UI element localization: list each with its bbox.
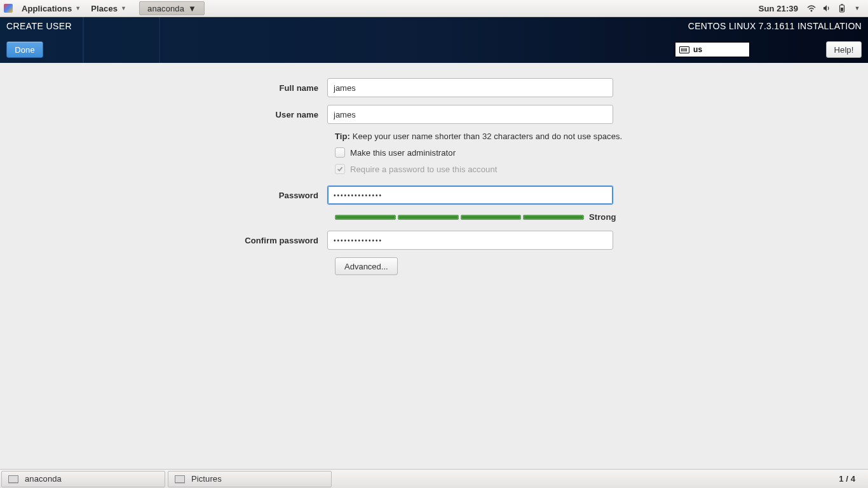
advanced-button[interactable]: Advanced... [335,257,398,275]
keyboard-icon [679,46,689,53]
require-password-label: Require a password to use this account [350,165,497,174]
clock[interactable]: Sun 21:39 [759,4,798,13]
places-menu[interactable]: Places ▼ [86,0,132,17]
checkmark-icon [337,166,343,172]
chevron-down-icon: ▼ [121,5,126,11]
main-content: Full name User name Tip: Keep your user … [0,63,868,469]
keyboard-layout-indicator[interactable]: us [675,42,750,57]
confirm-password-row: Confirm password [197,231,654,250]
taskbar-item-anaconda[interactable]: anaconda [1,471,165,487]
page-title: CREATE USER [6,21,72,31]
svg-point-0 [811,10,813,12]
network-icon[interactable] [807,4,816,13]
activities-icon[interactable] [4,4,13,13]
window-thumbnail-icon [8,475,18,483]
gnome-top-bar: Applications ▼ Places ▼ anaconda ▼ Sun 2… [0,0,868,17]
window-indicator-anaconda[interactable]: anaconda ▼ [139,1,205,15]
svg-rect-3 [841,8,843,11]
applications-label: Applications [22,4,72,13]
make-admin-checkbox[interactable] [335,147,345,158]
strength-segment [335,215,396,220]
applications-menu[interactable]: Applications ▼ [17,0,86,17]
require-password-row: Require a password to use this account [335,164,654,174]
bottom-taskbar: anaconda Pictures 1 / 4 [0,469,868,488]
anaconda-header: CREATE USER Done CENTOS LINUX 7.3.1611 I… [0,17,868,63]
password-strength-row: Strong [335,212,654,222]
done-button[interactable]: Done [6,41,43,58]
strength-segment [461,215,522,220]
confirm-password-label: Confirm password [197,236,327,245]
strength-segment [398,215,459,220]
full-name-input[interactable] [327,78,613,97]
password-strength-bar [335,215,584,220]
taskbar-item-pictures[interactable]: Pictures [168,471,332,487]
password-label: Password [197,191,327,200]
confirm-password-input[interactable] [327,231,613,250]
window-indicator-label: anaconda [147,4,184,13]
taskbar-item-label: Pictures [191,474,222,484]
window-thumbnail-icon [175,475,185,483]
taskbar-item-label: anaconda [25,474,62,484]
full-name-label: Full name [197,83,327,93]
tip-text: Keep your user name shorter than 32 char… [350,132,622,141]
password-row: Password [197,186,654,205]
user-name-input[interactable] [327,105,613,124]
workspace-indicator[interactable]: 1 / 4 [827,474,867,484]
places-label: Places [91,4,118,13]
username-tip: Tip: Keep your user name shorter than 32… [335,132,654,141]
battery-icon[interactable] [837,4,846,13]
installation-name: CENTOS LINUX 7.3.1611 INSTALLATION [688,21,862,31]
require-password-checkbox [335,164,345,174]
make-admin-row[interactable]: Make this user administrator [335,147,654,158]
password-input[interactable] [327,186,613,205]
volume-icon[interactable] [822,4,831,13]
chevron-down-icon[interactable]: ▼ [853,4,862,13]
chevron-down-icon: ▼ [188,4,196,13]
user-name-row: User name [197,105,654,124]
make-admin-label: Make this user administrator [350,148,456,158]
password-strength-label: Strong [589,212,616,222]
full-name-row: Full name [197,78,654,97]
tip-prefix: Tip: [335,132,350,141]
chevron-down-icon: ▼ [75,5,81,11]
keyboard-layout-label: us [693,45,702,54]
user-name-label: User name [197,110,327,119]
svg-rect-2 [841,4,843,5]
help-button[interactable]: Help! [826,41,862,58]
strength-segment [523,215,584,220]
